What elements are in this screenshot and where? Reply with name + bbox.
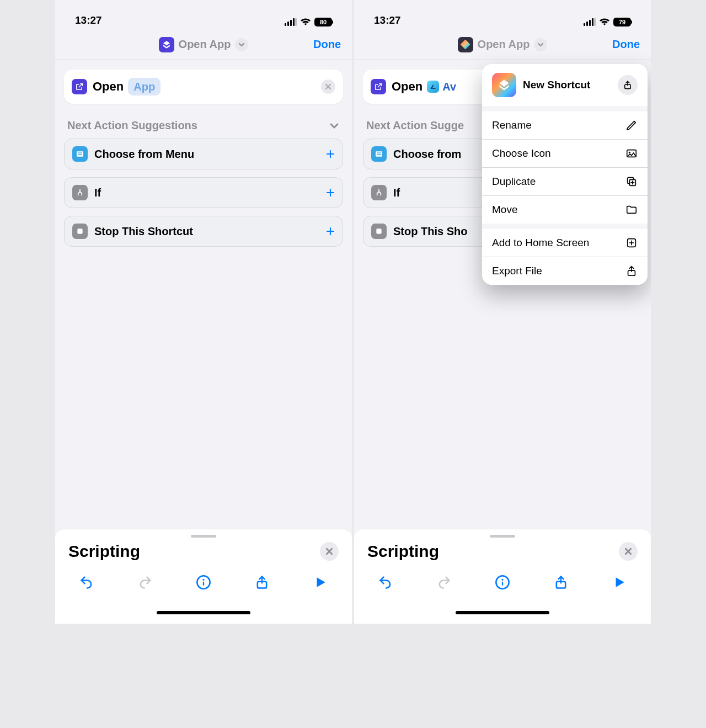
popover-group: Rename Choose Icon Duplicate Move [482, 111, 648, 224]
action-card[interactable]: Open App [64, 70, 343, 104]
play-button[interactable] [608, 571, 630, 593]
play-button[interactable] [309, 571, 331, 593]
done-button[interactable]: Done [313, 38, 341, 51]
bottom-toolbar [55, 563, 352, 602]
suggestion-label: Stop This Shortcut [94, 225, 193, 238]
suggestion-item[interactable]: Stop This Shortcut + [64, 216, 343, 247]
menu-item-add-home[interactable]: Add to Home Screen [482, 229, 648, 257]
drawer-grabber[interactable] [490, 535, 515, 538]
svg-point-10 [202, 579, 204, 581]
svg-rect-17 [594, 18, 596, 26]
stop-icon [72, 224, 88, 239]
svg-point-23 [501, 579, 503, 581]
action-verb: Open [93, 79, 124, 94]
svg-rect-19 [377, 152, 381, 153]
chevron-down-icon [329, 120, 340, 131]
stop-icon [371, 224, 387, 239]
suggestion-item[interactable]: If + [64, 177, 343, 208]
shortcuts-app-icon [458, 37, 473, 52]
popover-group: Add to Home Screen Export File [482, 229, 648, 285]
open-app-action-icon [72, 79, 87, 94]
undo-button[interactable] [76, 571, 98, 593]
category-drawer[interactable]: Scripting [354, 529, 651, 624]
phone-left: 13:27 80 Open App Done [55, 0, 352, 624]
svg-rect-21 [376, 229, 381, 233]
menu-item-move[interactable]: Move [482, 195, 648, 224]
done-button[interactable]: Done [612, 38, 640, 51]
battery-icon: 79 [613, 18, 631, 26]
status-time: 13:27 [374, 14, 401, 26]
svg-rect-3 [293, 18, 295, 26]
phone-right: 13:27 79 Open App Done [354, 0, 651, 624]
share-button[interactable] [251, 571, 273, 593]
plus-icon[interactable]: + [326, 185, 335, 200]
action-text: Open App [93, 78, 161, 95]
close-icon[interactable] [619, 542, 638, 561]
plus-icon[interactable]: + [326, 224, 335, 239]
svg-rect-20 [377, 154, 381, 155]
suggestion-label: If [94, 187, 101, 199]
chevron-down-icon[interactable] [534, 38, 547, 51]
share-up-icon [625, 265, 638, 277]
svg-rect-1 [287, 22, 289, 26]
close-icon[interactable] [320, 542, 339, 561]
popover-title: New Shortcut [523, 79, 611, 91]
signal-icon [584, 18, 596, 26]
action-param-token[interactable]: Av [427, 78, 456, 95]
drawer-title-text: Scripting [367, 542, 439, 561]
drawer-grabber[interactable] [191, 535, 216, 538]
chevron-down-icon[interactable] [235, 38, 248, 51]
editor-header: Open App Done [354, 30, 651, 60]
suggestion-item[interactable]: Choose from Menu + [64, 139, 343, 169]
redo-button[interactable] [433, 571, 455, 593]
share-button[interactable] [550, 571, 572, 593]
share-icon[interactable] [618, 75, 638, 95]
plus-icon[interactable]: + [326, 146, 335, 162]
menu-item-rename[interactable]: Rename [482, 111, 648, 139]
duplicate-icon [625, 176, 638, 188]
shortcut-options-popover: New Shortcut Rename Choose Icon Duplicat… [482, 64, 648, 285]
info-button[interactable] [491, 571, 514, 593]
bottom-toolbar [354, 563, 651, 602]
status-right: 79 [584, 18, 631, 26]
suggestions-header[interactable]: Next Action Suggestions [64, 119, 343, 132]
plus-box-icon [625, 237, 638, 249]
editor-header: Open App Done [55, 30, 352, 60]
popover-header: New Shortcut [482, 64, 648, 106]
clear-icon[interactable] [321, 79, 335, 94]
suggestion-label: Stop This Sho [393, 225, 467, 238]
action-text: Open Av [392, 78, 456, 95]
menu-item-choose-icon[interactable]: Choose Icon [482, 139, 648, 167]
choose-menu-icon [371, 146, 387, 162]
home-indicator [354, 602, 651, 624]
photo-icon [625, 147, 638, 160]
wifi-icon [599, 18, 610, 26]
svg-rect-7 [78, 154, 82, 155]
svg-rect-8 [77, 229, 82, 233]
action-verb: Open [392, 79, 422, 94]
menu-item-duplicate[interactable]: Duplicate [482, 167, 648, 195]
shortcut-icon [159, 37, 174, 52]
suggestion-label: Choose from Menu [94, 148, 194, 161]
if-icon [72, 185, 88, 200]
folder-icon [625, 204, 638, 216]
info-button[interactable] [192, 571, 215, 593]
menu-item-export[interactable]: Export File [482, 257, 648, 285]
status-bar: 13:27 80 [55, 0, 352, 30]
status-time: 13:27 [75, 14, 102, 26]
status-right: 80 [285, 18, 332, 26]
choose-menu-icon [72, 146, 88, 162]
undo-button[interactable] [375, 571, 397, 593]
header-title-text: Open App [179, 38, 231, 51]
wifi-icon [300, 18, 311, 26]
header-title[interactable]: Open App [458, 37, 548, 52]
category-drawer[interactable]: Scripting [55, 529, 352, 624]
svg-rect-0 [285, 23, 286, 26]
redo-button[interactable] [134, 571, 156, 593]
svg-rect-2 [290, 20, 292, 26]
suggestions-list: Choose from Menu + If + Stop This Shortc… [64, 139, 343, 247]
action-param-token[interactable]: App [128, 78, 161, 95]
header-title[interactable]: Open App [159, 37, 249, 52]
suggestions-title: Next Action Suggestions [67, 119, 197, 132]
pencil-icon [625, 119, 638, 131]
